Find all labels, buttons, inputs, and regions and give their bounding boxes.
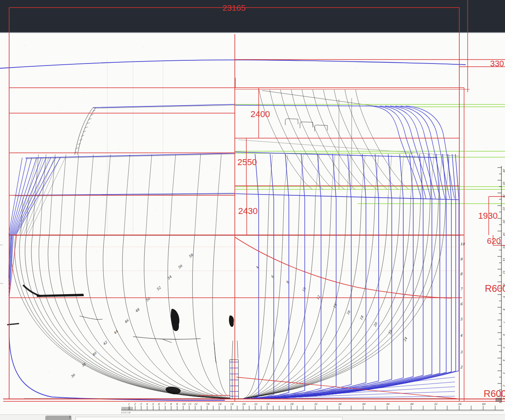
svg-text:3: 3 [140, 403, 142, 406]
svg-text:44: 44 [386, 403, 389, 406]
dim-label-1930: 1930 [478, 212, 498, 220]
svg-text:28: 28 [290, 403, 294, 406]
green-grid-lines [235, 104, 505, 204]
svg-text:36: 36 [338, 403, 342, 406]
svg-text:5: 5 [152, 403, 154, 406]
handwritten-frame-numbers: 5856545250484644424038364681012141618202… [70, 242, 465, 379]
svg-text:10: 10 [460, 242, 465, 246]
svg-text:18: 18 [502, 232, 505, 236]
svg-text:8: 8 [460, 272, 463, 276]
svg-text:7: 7 [502, 321, 505, 323]
svg-text:18: 18 [230, 403, 234, 406]
dim-label-overall: 23165 [223, 4, 246, 12]
svg-text:48: 48 [410, 403, 414, 406]
svg-text:56: 56 [177, 263, 184, 270]
svg-text:4: 4 [146, 403, 148, 406]
command-tab-dots: .. [47, 416, 48, 419]
svg-text:7: 7 [460, 287, 463, 291]
svg-text:1: 1 [128, 403, 130, 406]
svg-text:22: 22 [502, 207, 505, 210]
svg-text:20: 20 [502, 220, 505, 223]
svg-text:24: 24 [502, 194, 505, 198]
svg-text:6: 6 [270, 274, 275, 279]
svg-text:40: 40 [362, 403, 366, 406]
scanned-rulers: 2826242220181614121098765432112345678910… [121, 166, 505, 414]
svg-text:14: 14 [206, 403, 209, 406]
svg-text:2: 2 [502, 385, 505, 387]
svg-text:20: 20 [242, 403, 246, 406]
svg-text:24: 24 [266, 403, 269, 406]
dim-label-2550: 2550 [238, 158, 257, 167]
svg-text:7: 7 [164, 403, 166, 406]
svg-text:60: 60 [482, 403, 486, 406]
svg-text:2: 2 [134, 403, 136, 406]
svg-text:36: 36 [70, 372, 76, 379]
svg-text:16: 16 [218, 403, 222, 406]
svg-text:10: 10 [182, 403, 186, 406]
status-bar: .. f [0, 414, 505, 420]
svg-text:2: 2 [460, 365, 463, 369]
svg-text:8: 8 [170, 403, 172, 406]
svg-text:16: 16 [346, 309, 352, 316]
svg-text:40: 40 [91, 351, 97, 357]
svg-text:46: 46 [124, 318, 130, 324]
svg-text:22: 22 [254, 403, 257, 406]
svg-text:3: 3 [502, 372, 505, 374]
blue-traced-lines [0, 60, 466, 400]
svg-text:16: 16 [502, 245, 505, 249]
svg-text:4: 4 [502, 359, 505, 361]
command-line-tab[interactable]: .. f [45, 416, 72, 420]
svg-text:32: 32 [314, 403, 317, 406]
command-input[interactable] [75, 417, 342, 420]
dim-label-330: 330 [490, 59, 504, 67]
dim-label-620: 620 [487, 237, 501, 245]
svg-text:56: 56 [458, 403, 462, 406]
dim-label-2400: 2400 [251, 110, 270, 119]
svg-text:8: 8 [502, 308, 505, 310]
svg-text:48: 48 [134, 307, 140, 313]
svg-text:6: 6 [460, 302, 463, 306]
svg-text:5: 5 [460, 317, 463, 321]
svg-text:14: 14 [502, 258, 505, 261]
svg-text:26: 26 [502, 181, 505, 185]
svg-text:42: 42 [102, 340, 108, 346]
svg-text:6: 6 [502, 334, 505, 336]
svg-text:9: 9 [176, 403, 178, 406]
svg-text:4: 4 [255, 266, 260, 270]
svg-text:18: 18 [359, 315, 364, 321]
svg-text:44: 44 [113, 329, 119, 335]
svg-text:28: 28 [502, 169, 505, 172]
svg-text:52: 52 [434, 403, 437, 406]
svg-text:14: 14 [332, 303, 338, 309]
dim-label-r600-upper: R600 [485, 284, 505, 293]
svg-text:54: 54 [166, 275, 172, 281]
svg-text:4 3 6 5 10: 4 3 6 5 10 [121, 412, 131, 414]
svg-text:20: 20 [373, 322, 378, 328]
svg-text:5: 5 [502, 347, 505, 349]
svg-text:4: 4 [460, 333, 462, 337]
svg-text:12: 12 [194, 403, 197, 406]
svg-text:11: 11 [188, 403, 191, 406]
command-tab-icon: f [69, 416, 70, 420]
svg-text:3: 3 [460, 350, 463, 354]
svg-text:50: 50 [145, 297, 151, 302]
svg-text:8: 8 [285, 280, 290, 284]
svg-text:10: 10 [301, 287, 307, 293]
svg-text:52: 52 [156, 285, 162, 291]
svg-text:6: 6 [158, 403, 160, 406]
app-window: 5856545250484644424038364681012141618202… [0, 0, 505, 420]
svg-text:9: 9 [460, 257, 463, 261]
svg-text:9: 9 [502, 296, 505, 298]
dim-label-2430: 2430 [238, 207, 258, 216]
dim-label-r600-lower: R600 [484, 389, 505, 399]
svg-text:12: 12 [502, 270, 505, 274]
